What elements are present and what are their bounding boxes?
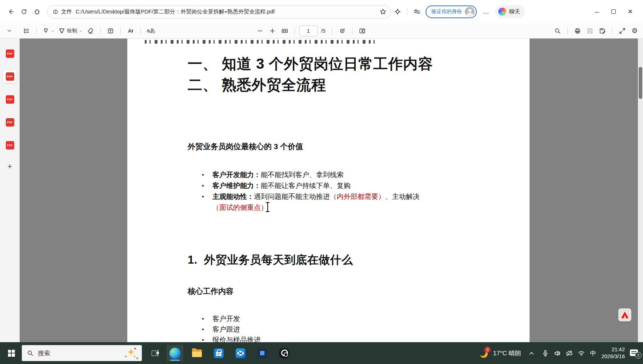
list-item: •客户开发 bbox=[202, 313, 261, 324]
read-aloud-button[interactable] bbox=[125, 25, 136, 37]
weather-moon-icon: 3 bbox=[479, 348, 490, 359]
windows-logo-icon bbox=[8, 350, 15, 357]
toc-button[interactable] bbox=[21, 25, 32, 37]
zoom-out-button[interactable] bbox=[255, 25, 265, 37]
taskbar-obs-button[interactable] bbox=[276, 345, 292, 361]
add-text-button[interactable] bbox=[105, 25, 116, 37]
new-tab-button[interactable]: + bbox=[8, 162, 12, 171]
taskbar-clock[interactable]: 21:42 2026/3/16 bbox=[601, 346, 625, 360]
pdf-file-icon: PDF bbox=[6, 118, 14, 127]
text-cursor bbox=[265, 202, 270, 212]
print-icon bbox=[574, 28, 581, 34]
rotate-button[interactable] bbox=[337, 25, 348, 37]
translate-button[interactable]: aあ bbox=[145, 25, 157, 37]
zoom-in-button[interactable] bbox=[267, 25, 278, 37]
list-item: （面试的侧重点） bbox=[202, 202, 515, 213]
address-bar[interactable]: 文件 C:/Users/L/Desktop/最终版PDF/第二部分：外贸岗位全景… bbox=[47, 5, 391, 19]
clipped-heading-remnant bbox=[145, 40, 376, 44]
minimize-button[interactable]: – bbox=[588, 4, 605, 19]
task-view-button[interactable] bbox=[147, 345, 164, 361]
tab-pdf-1[interactable]: PDF bbox=[3, 47, 17, 60]
bullet-icon: • bbox=[202, 324, 212, 335]
list-item: • 主观能动性：遇到问题能不能主动推进（内外部都需要）、主动解决 bbox=[202, 191, 515, 202]
pdf-settings-button[interactable]: ⚙ bbox=[629, 25, 640, 37]
page-view-icon bbox=[359, 28, 366, 34]
page-view-button[interactable] bbox=[357, 25, 368, 37]
search-icon bbox=[27, 350, 33, 356]
list-item: •报价与样品推进 bbox=[202, 335, 261, 342]
task-view-icon bbox=[152, 350, 159, 356]
taskbar-app-button[interactable] bbox=[254, 345, 271, 361]
notification-center-button[interactable]: 3 bbox=[630, 349, 639, 357]
collapse-tabstrip-button[interactable] bbox=[4, 25, 15, 37]
vertical-tab-strip: PDF PDF PDF PDF PDF + bbox=[0, 39, 20, 342]
save-button bbox=[584, 25, 595, 37]
draw-button[interactable]: 绘制 ⌄ bbox=[57, 25, 84, 37]
erase-button[interactable] bbox=[85, 25, 96, 37]
fit-to-width-button[interactable] bbox=[279, 25, 290, 37]
tab-pdf-2-active[interactable]: PDF bbox=[3, 69, 17, 83]
refresh-button[interactable] bbox=[17, 5, 31, 18]
chevron-down-icon bbox=[7, 28, 12, 33]
value-bullet-list: • 客户开发能力：能不能找到客户、拿到线索 • 客户维护能力：能不能让客户持续下… bbox=[202, 169, 515, 213]
taskbar-edge-button[interactable] bbox=[167, 345, 183, 361]
tray-expand-button[interactable] bbox=[526, 345, 537, 361]
list-item: •客户跟进 bbox=[202, 324, 261, 335]
chevron-up-icon bbox=[528, 350, 535, 357]
copilot-chat-button[interactable]: 聊天 bbox=[495, 5, 525, 18]
taskbar-outlook-button[interactable] bbox=[232, 345, 249, 361]
notification-badge: 3 bbox=[635, 352, 642, 359]
page-number-input[interactable] bbox=[299, 25, 317, 36]
back-icon bbox=[8, 8, 14, 15]
maximize-button[interactable] bbox=[605, 4, 622, 19]
save-as-button[interactable] bbox=[597, 25, 608, 37]
onedrive-paused-icon[interactable] bbox=[566, 350, 573, 357]
taskbar-store-button[interactable] bbox=[210, 345, 227, 361]
edge-icon bbox=[169, 348, 181, 359]
list-item: • 客户维护能力：能不能让客户持续下单、复购 bbox=[202, 180, 515, 191]
home-icon bbox=[34, 8, 40, 15]
search-icon bbox=[554, 28, 561, 34]
print-button[interactable] bbox=[572, 25, 583, 37]
document-main-heading: 一、 知道 3 个外贸岗位日常工作内容 二、 熟悉外贸全流程 bbox=[188, 53, 433, 95]
copilot-icon bbox=[498, 8, 506, 16]
taskbar-search-box[interactable]: 搜索 bbox=[22, 345, 142, 361]
tab-pdf-4[interactable]: PDF bbox=[3, 115, 17, 129]
back-button[interactable] bbox=[4, 5, 17, 18]
fullscreen-button[interactable] bbox=[617, 25, 628, 37]
verify-identity-label: 验证你的身份 bbox=[431, 8, 462, 15]
search-placeholder: 搜索 bbox=[38, 349, 50, 357]
heading-line-1: 一、 知道 3 个外贸岗位日常工作内容 bbox=[188, 53, 433, 74]
acrobat-icon bbox=[621, 312, 628, 318]
highlight-button[interactable]: ⌄ bbox=[41, 25, 56, 37]
ime-indicator[interactable]: 中 bbox=[590, 349, 596, 357]
settings-more-button[interactable]: … bbox=[479, 8, 493, 16]
favorite-star-icon[interactable] bbox=[380, 8, 386, 15]
speaker-icon[interactable] bbox=[554, 350, 561, 357]
network-icon[interactable] bbox=[578, 350, 585, 357]
weather-badge: 3 bbox=[484, 347, 491, 353]
start-button[interactable] bbox=[3, 345, 20, 361]
home-button[interactable] bbox=[31, 5, 44, 18]
app-icon bbox=[257, 348, 267, 358]
copilot-chat-label: 聊天 bbox=[509, 8, 520, 15]
open-in-acrobat-button[interactable] bbox=[618, 308, 631, 321]
verify-identity-button[interactable]: 验证你的身份 bbox=[426, 5, 477, 18]
search-document-button[interactable] bbox=[552, 25, 563, 37]
browser-essentials-button[interactable] bbox=[391, 5, 404, 18]
close-button[interactable]: × bbox=[622, 4, 639, 19]
bullet-icon: • bbox=[202, 169, 212, 180]
info-icon bbox=[53, 9, 58, 15]
scrollbar-thumb[interactable] bbox=[639, 67, 642, 99]
chevron-down-icon: ⌄ bbox=[51, 29, 54, 32]
tab-pdf-3[interactable]: PDF bbox=[3, 92, 17, 106]
weather-widget[interactable]: 3 17°C 晴朗 bbox=[479, 348, 521, 359]
tab-pdf-5[interactable]: PDF bbox=[3, 138, 17, 152]
microphone-icon[interactable] bbox=[542, 350, 549, 357]
file-explorer-icon bbox=[192, 349, 202, 357]
vertical-scrollbar[interactable] bbox=[638, 39, 643, 342]
pen-icon bbox=[59, 28, 65, 34]
taskbar-explorer-button[interactable] bbox=[188, 345, 205, 361]
save-icon bbox=[587, 28, 593, 34]
favorites-bar-button[interactable] bbox=[410, 5, 423, 18]
